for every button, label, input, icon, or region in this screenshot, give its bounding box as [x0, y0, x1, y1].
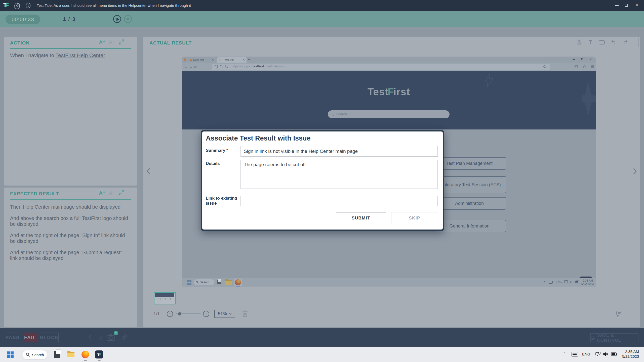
- back-icon[interactable]: ←: [184, 65, 188, 69]
- bookmark-star-icon[interactable]: [543, 65, 547, 68]
- date-label: 5/22/2023: [614, 354, 639, 359]
- zoom-out-button[interactable]: −: [167, 311, 173, 317]
- app-logo-icon: TF: [3, 2, 9, 9]
- taskbar-search-button[interactable]: Search: [22, 350, 47, 359]
- tab-close-icon[interactable]: ✕: [212, 58, 214, 62]
- clock[interactable]: 2:35 AM 5/22/2023: [614, 349, 639, 359]
- undo-icon[interactable]: [610, 39, 616, 45]
- menu-hamburger-icon[interactable]: [590, 65, 594, 68]
- save-continue-button[interactable]: SAVE & CONTINUE: [590, 333, 638, 342]
- language-label[interactable]: ENG: [582, 352, 590, 356]
- pass-button[interactable]: PASS: [5, 333, 20, 342]
- stop-button[interactable]: [124, 15, 132, 23]
- expand-icon[interactable]: [118, 39, 125, 45]
- search-label: Search: [32, 353, 44, 357]
- expand-icon[interactable]: [118, 190, 125, 196]
- start-icon: [187, 280, 191, 285]
- zoom-slider-knob[interactable]: [178, 312, 181, 315]
- save-label: SAVE & CONTINUE: [597, 333, 638, 343]
- forward-icon[interactable]: →: [189, 65, 193, 69]
- summary-input[interactable]: [240, 146, 438, 157]
- font-decrease-icon[interactable]: A⁻: [109, 190, 115, 196]
- zoom-in-button[interactable]: +: [203, 311, 209, 317]
- browser-tab-inactive[interactable]: New Tab ✕: [188, 57, 215, 63]
- window-restore-icon[interactable]: [625, 4, 628, 7]
- testfirst-app-icon[interactable]: TF: [95, 350, 103, 358]
- text-tool-icon[interactable]: T: [589, 39, 592, 45]
- new-tab-icon[interactable]: +: [248, 57, 250, 61]
- skip-button[interactable]: SKIP: [391, 212, 438, 224]
- permissions-icon[interactable]: [225, 65, 228, 68]
- submit-button[interactable]: SUBMIT: [336, 212, 386, 224]
- window-minimize-icon[interactable]: [615, 5, 619, 6]
- pen-tool-icon[interactable]: [576, 39, 582, 45]
- action-panel: ACTION A⁺ A⁻ When I navigate to TestFirs…: [4, 37, 137, 186]
- details-textarea[interactable]: The page seems to be cut off: [240, 160, 438, 189]
- info-icon[interactable]: [25, 3, 31, 9]
- helpcenter-search-input[interactable]: Search: [328, 110, 450, 118]
- modal-title: Associate Test Result with Issue: [206, 134, 311, 142]
- font-increase-icon[interactable]: A⁺: [99, 39, 105, 45]
- font-increase-icon[interactable]: A⁺: [99, 190, 105, 196]
- window-close-icon[interactable]: ✕: [635, 3, 638, 8]
- expected-header: EXPECTED RESULT: [10, 191, 59, 197]
- delete-screenshot-icon[interactable]: [242, 310, 249, 317]
- settings-gear-icon[interactable]: [14, 2, 21, 9]
- play-button[interactable]: [113, 15, 121, 23]
- attachment-paperclip-icon[interactable]: [121, 334, 127, 341]
- url-domain: testfirst: [253, 65, 264, 68]
- search-icon: [196, 281, 198, 284]
- lock-icon[interactable]: [220, 65, 223, 68]
- shield-icon[interactable]: [215, 65, 218, 69]
- screenshot-thumbnail[interactable]: [154, 292, 176, 304]
- reload-icon[interactable]: ⟳: [194, 65, 197, 69]
- redo-icon[interactable]: [623, 39, 629, 45]
- volume-icon[interactable]: [603, 351, 608, 357]
- save-floppy-icon: [591, 336, 595, 340]
- expected-result-panel: EXPECTED RESULT A⁺ A⁻ Then Help Center m…: [4, 188, 137, 327]
- screenshot-camera-icon[interactable]: [107, 334, 115, 341]
- panel-scrollbar[interactable]: [638, 38, 639, 47]
- link-issue-input[interactable]: [240, 196, 438, 206]
- lightning-decoration: [484, 73, 495, 88]
- next-step-icon[interactable]: [98, 334, 103, 340]
- expected-items: Then Help Center main page should be dis…: [10, 204, 130, 267]
- firefox-icon[interactable]: [82, 351, 89, 358]
- browser-tab-active[interactable]: TF TestFirst ✕: [217, 57, 247, 63]
- helpcenter-hero: TestFirst Search: [182, 71, 596, 129]
- browser-restore-icon[interactable]: [581, 58, 583, 60]
- elapsed-timer: 00:00:33: [6, 15, 40, 24]
- url-bar[interactable]: https://support.testfirst.com/hc/en-us: [212, 64, 550, 70]
- tray-chevron-icon[interactable]: ⌃: [563, 351, 566, 355]
- chevron-down-icon: [229, 313, 232, 315]
- prev-step-icon[interactable]: [88, 334, 93, 340]
- zoom-level-select[interactable]: 51%: [214, 310, 235, 318]
- comment-icon[interactable]: [616, 310, 623, 317]
- action-link[interactable]: TestFirst Help Center: [56, 52, 105, 58]
- file-explorer-icon[interactable]: [67, 351, 74, 358]
- fail-button[interactable]: FAIL: [23, 333, 37, 342]
- font-decrease-icon[interactable]: A⁻: [109, 39, 115, 45]
- verdict-bar: PASS FAIL BLOCK 1 SAVE & CONTINUE: [0, 328, 644, 347]
- prev-screenshot-icon[interactable]: [145, 167, 151, 175]
- task-view-icon[interactable]: [54, 351, 60, 358]
- tab-close-icon[interactable]: ✕: [243, 58, 245, 62]
- network-icon[interactable]: [595, 351, 601, 357]
- taskbar-search: Search: [194, 279, 214, 285]
- helpcenter-logo: TestFirst: [182, 86, 596, 98]
- tab-label: TestFirst: [223, 58, 241, 61]
- browser-close-icon[interactable]: ✕: [590, 58, 592, 61]
- touch-keyboard-icon[interactable]: [572, 352, 578, 356]
- browser-minimize-icon[interactable]: [573, 59, 575, 60]
- start-button-icon[interactable]: [7, 351, 14, 358]
- os-taskbar: Search TF ⌃ ENG 2:35 AM 5/22/2023: [0, 347, 644, 362]
- block-button[interactable]: BLOCK: [40, 333, 59, 342]
- pocket-icon[interactable]: [574, 65, 578, 69]
- rectangle-tool-icon[interactable]: [599, 40, 605, 44]
- extensions-puzzle-icon[interactable]: [583, 65, 586, 69]
- url-text: https://support.testfirst.com/hc/en-us: [232, 65, 284, 68]
- firefox-icon: [184, 58, 186, 61]
- next-screenshot-icon[interactable]: [632, 167, 638, 175]
- browser-nav-bar: ← → ⟳ https://support.testfirst.com/hc/e…: [182, 63, 596, 71]
- tab-list-chevron-icon[interactable]: ⌄: [555, 58, 557, 61]
